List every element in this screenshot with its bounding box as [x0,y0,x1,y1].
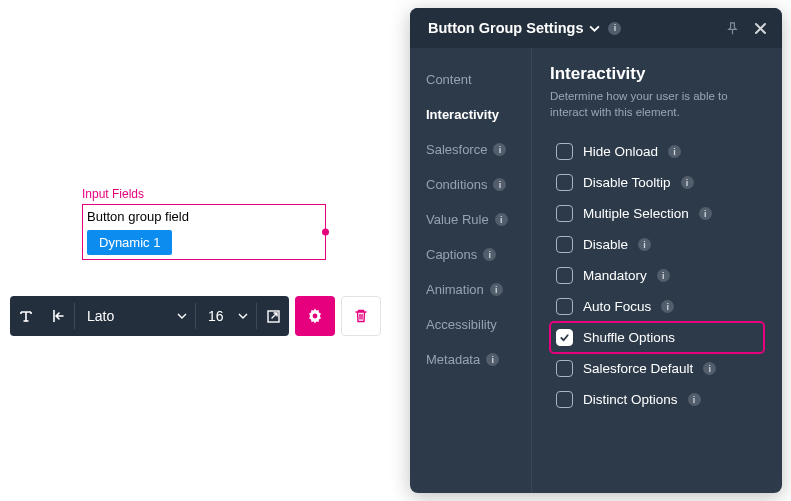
resize-handle-right[interactable] [322,229,329,236]
font-size-select[interactable]: 16 [196,308,256,324]
option-multiple-selection[interactable]: Multiple Selectioni [550,198,764,229]
sidebar-item-label: Value Rule [426,212,489,227]
field-title: Button group field [85,207,323,228]
panel-title: Button Group Settings [428,20,583,36]
info-icon[interactable]: i [493,178,506,191]
option-auto-focus[interactable]: Auto Focusi [550,291,764,322]
panel-sidebar: ContentInteractivitySalesforceiCondition… [410,48,532,493]
sidebar-item-label: Salesforce [426,142,487,157]
trash-icon [353,308,369,324]
info-icon[interactable]: i [486,353,499,366]
option-shuffle-options[interactable]: Shuffle Options [550,322,764,353]
text-tool-button[interactable] [10,308,42,324]
sidebar-item-captions[interactable]: Captionsi [410,237,531,272]
option-distinct-options[interactable]: Distinct Optionsi [550,384,764,415]
info-icon[interactable]: i [483,248,496,261]
content-subtitle: Determine how your user is able to inter… [550,88,764,120]
option-mandatory[interactable]: Mandatoryi [550,260,764,291]
info-icon[interactable]: i [661,300,674,313]
option-label: Shuffle Options [583,330,675,345]
info-icon[interactable]: i [495,213,508,226]
info-icon[interactable]: i [490,283,503,296]
checkbox[interactable] [556,143,573,160]
sidebar-item-label: Captions [426,247,477,262]
option-label: Mandatory [583,268,647,283]
info-icon[interactable]: i [699,207,712,220]
font-value: Lato [87,308,114,324]
close-button[interactable] [750,18,770,38]
chevron-down-icon [238,313,248,319]
toolbar-dark-group: Lato 16 [10,296,289,336]
sidebar-item-value-rule[interactable]: Value Rulei [410,202,531,237]
sidebar-item-animation[interactable]: Animationi [410,272,531,307]
option-salesforce-default[interactable]: Salesforce Defaulti [550,353,764,384]
canvas-selected-field[interactable]: Input Fields Button group field Dynamic … [82,187,326,260]
checkbox[interactable] [556,205,573,222]
sidebar-item-label: Animation [426,282,484,297]
font-select[interactable]: Lato [75,308,195,324]
checkbox[interactable] [556,267,573,284]
option-label: Multiple Selection [583,206,689,221]
info-icon[interactable]: i [608,22,621,35]
checkbox[interactable] [556,174,573,191]
option-label: Auto Focus [583,299,651,314]
option-hide-onload[interactable]: Hide Onloadi [550,136,764,167]
gear-icon [305,306,325,326]
popout-button[interactable] [257,309,289,324]
chevron-down-icon [177,313,187,319]
checkbox[interactable] [556,329,573,346]
svg-point-2 [313,314,318,319]
sidebar-item-label: Accessibility [426,317,497,332]
info-icon[interactable]: i [703,362,716,375]
sidebar-item-label: Conditions [426,177,487,192]
size-value: 16 [208,308,224,324]
option-label: Disable Tooltip [583,175,671,190]
info-icon[interactable]: i [681,176,694,189]
settings-panel: Button Group Settings i ContentInteracti… [410,8,782,493]
align-tool-button[interactable] [42,308,74,324]
option-label: Salesforce Default [583,361,693,376]
info-icon[interactable]: i [493,143,506,156]
checkbox[interactable] [556,298,573,315]
option-label: Distinct Options [583,392,678,407]
option-disable[interactable]: Disablei [550,229,764,260]
field-box[interactable]: Button group field Dynamic 1 [82,204,326,260]
option-label: Disable [583,237,628,252]
settings-button[interactable] [295,296,335,336]
panel-header: Button Group Settings i [410,8,782,48]
option-disable-tooltip[interactable]: Disable Tooltipi [550,167,764,198]
info-icon[interactable]: i [688,393,701,406]
sidebar-item-metadata[interactable]: Metadatai [410,342,531,377]
content-heading: Interactivity [550,64,764,84]
option-label: Hide Onload [583,144,658,159]
checkbox[interactable] [556,391,573,408]
sidebar-item-accessibility[interactable]: Accessibility [410,307,531,342]
format-toolbar: Lato 16 [10,296,381,336]
checkbox[interactable] [556,236,573,253]
sidebar-item-label: Interactivity [426,107,499,122]
chevron-down-icon[interactable] [589,25,600,32]
info-icon[interactable]: i [668,145,681,158]
panel-content: Interactivity Determine how your user is… [532,48,782,493]
sidebar-item-salesforce[interactable]: Salesforcei [410,132,531,167]
sidebar-item-interactivity[interactable]: Interactivity [410,97,531,132]
pin-button[interactable] [722,18,742,38]
sidebar-item-conditions[interactable]: Conditionsi [410,167,531,202]
info-icon[interactable]: i [657,269,670,282]
sidebar-item-label: Content [426,72,472,87]
option-chip[interactable]: Dynamic 1 [87,230,172,255]
sidebar-item-label: Metadata [426,352,480,367]
field-section-label: Input Fields [82,187,326,201]
checkbox[interactable] [556,360,573,377]
delete-button[interactable] [341,296,381,336]
info-icon[interactable]: i [638,238,651,251]
sidebar-item-content[interactable]: Content [410,62,531,97]
